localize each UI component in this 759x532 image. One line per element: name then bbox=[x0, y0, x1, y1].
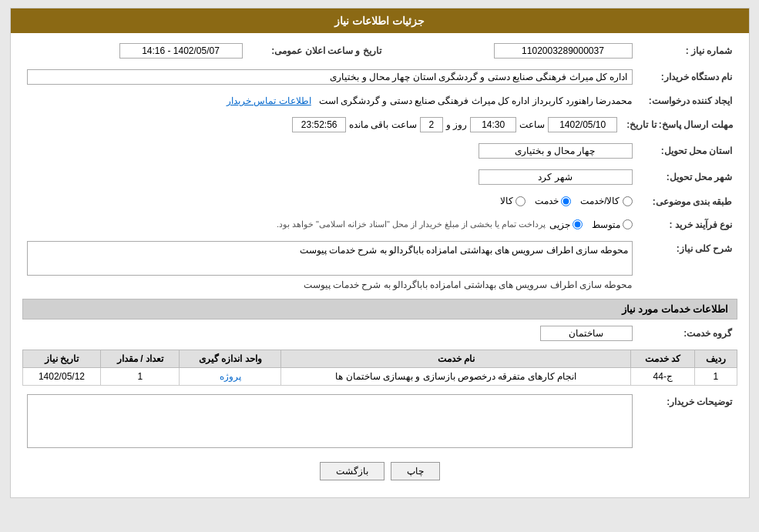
cell-service-name: انجام کارهای متفرقه درخصوص بازسازی و بهس… bbox=[281, 367, 631, 385]
purchase-type-radio-group: متوسط جزیی bbox=[549, 219, 633, 230]
need-description-label: شرح کلی نیاز: bbox=[637, 239, 737, 293]
services-table: ردیف کد خدمت نام خدمت واحد اندازه گیری ت… bbox=[22, 350, 737, 386]
info-row-6: شهر محل تحویل: شهر کرد bbox=[22, 167, 737, 187]
date-label: تاریخ و ساعت اعلان عمومی: bbox=[247, 41, 386, 61]
city-box: شهر کرد bbox=[479, 169, 633, 185]
category-radio-group: کالا/خدمت خدمت کالا bbox=[500, 196, 632, 206]
response-remaining-label: ساعت باقی مانده bbox=[349, 119, 417, 130]
response-days-box: 2 bbox=[420, 117, 443, 132]
buyer-notes-textarea[interactable] bbox=[27, 394, 633, 448]
purchase-type-note: پرداخت تمام یا بخشی از مبلغ خریدار از مح… bbox=[277, 219, 546, 229]
cell-date: 1402/05/12 bbox=[22, 367, 101, 385]
need-description-wrapper bbox=[27, 241, 633, 278]
province-label: استان محل تحویل: bbox=[637, 141, 737, 161]
col-unit: واحد اندازه گیری bbox=[180, 350, 281, 367]
province-box: چهار محال و بختیاری bbox=[479, 143, 633, 159]
need-description-textarea[interactable] bbox=[27, 241, 633, 276]
need-description-value: محوطه سازی اطراف سرویس های بهداشتی امامز… bbox=[22, 239, 637, 293]
category-option-kala[interactable]: کالا bbox=[500, 196, 526, 206]
buyer-org-label: نام دستگاه خریدار: bbox=[637, 67, 737, 87]
response-remaining-box: 23:52:56 bbox=[292, 117, 346, 132]
buyer-org-box: اداره کل میراث فرهنگی صنایع دستی و گردشگ… bbox=[27, 69, 633, 85]
purchase-type-label: نوع فرآیند خرید : bbox=[637, 217, 737, 233]
category-option-kala-khedmat[interactable]: کالا/خدمت bbox=[580, 196, 632, 206]
date-value: 1402/05/07 - 14:16 bbox=[22, 41, 247, 61]
info-row-need-desc: شرح کلی نیاز: محوطه سازی اطراف سرویس های… bbox=[22, 239, 737, 293]
info-row-5: استان محل تحویل: چهار محال و بختیاری bbox=[22, 141, 737, 161]
button-row: چاپ بازگشت bbox=[22, 462, 737, 480]
category-option-khedmat[interactable]: خدمت bbox=[535, 196, 571, 206]
service-group-row: گروه خدمت: ساختمان bbox=[22, 323, 737, 343]
creator-label: ایجاد کننده درخواست: bbox=[637, 93, 737, 109]
print-button[interactable]: چاپ bbox=[391, 462, 440, 480]
response-time-box: 14:30 bbox=[470, 117, 516, 132]
need-description-text: محوطه سازی اطراف سرویس های بهداشتی امامز… bbox=[27, 279, 633, 290]
info-row-7: طبقه بندی موضوعی: کالا/خدمت خدمت bbox=[22, 193, 737, 211]
category-label: طبقه بندی موضوعی: bbox=[637, 193, 737, 211]
cell-unit: پروژه bbox=[180, 367, 281, 385]
back-button[interactable]: بازگشت bbox=[320, 462, 385, 480]
col-quantity: تعداد / مقدار bbox=[101, 350, 180, 367]
info-row-3: ایجاد کننده درخواست: محمدرضا راهنورد کار… bbox=[22, 93, 737, 109]
info-row-2: نام دستگاه خریدار: اداره کل میراث فرهنگی… bbox=[22, 67, 737, 87]
buyer-notes-label: توضیحات خریدار: bbox=[637, 392, 737, 453]
cell-service-code: ج-44 bbox=[631, 367, 695, 385]
need-number-box: 1102003289000037 bbox=[494, 43, 633, 59]
date-box: 1402/05/07 - 14:16 bbox=[119, 43, 243, 59]
info-row-4: مهلت ارسال پاسخ: تا تاریخ: 1402/05/10 سا… bbox=[22, 115, 737, 135]
col-service-code: کد خدمت bbox=[631, 350, 695, 367]
creator-link[interactable]: اطلاعات تماس خریدار bbox=[227, 95, 311, 106]
page-title: جزئیات اطلاعات نیاز bbox=[334, 15, 425, 27]
service-group-value: ساختمان bbox=[22, 323, 637, 343]
purchase-type-option-jozi[interactable]: جزیی bbox=[549, 219, 583, 230]
creator-value: محمدرضا راهنورد کاربرداز اداره کل میراث … bbox=[22, 93, 637, 109]
page-header: جزئیات اطلاعات نیاز bbox=[11, 8, 749, 33]
buyer-notes-wrapper bbox=[27, 394, 633, 450]
response-deadline-flex: 1402/05/10 ساعت 14:30 روز و 2 ساعت باقی … bbox=[27, 117, 618, 132]
radio-motavaset[interactable] bbox=[623, 219, 633, 229]
buyer-notes-row: توضیحات خریدار: bbox=[22, 392, 737, 453]
purchase-type-value: متوسط جزیی پرداخت تمام یا بخشی از مبلغ خ… bbox=[22, 217, 637, 233]
province-value: چهار محال و بختیاری bbox=[22, 141, 637, 161]
main-container: جزئیات اطلاعات نیاز شماره نیاز : 1102003… bbox=[10, 8, 750, 498]
response-days-label: روز و bbox=[446, 119, 467, 130]
info-row-1: شماره نیاز : 1102003289000037 تاریخ و سا… bbox=[22, 41, 737, 61]
buyer-notes-value bbox=[22, 392, 637, 453]
service-group-label: گروه خدمت: bbox=[637, 323, 737, 343]
response-deadline-label: مهلت ارسال پاسخ: تا تاریخ: bbox=[622, 115, 737, 135]
need-number-label: شماره نیاز : bbox=[637, 41, 737, 61]
response-date-box: 1402/05/10 bbox=[548, 117, 617, 132]
need-number-value: 1102003289000037 bbox=[386, 41, 637, 61]
col-row-num: ردیف bbox=[695, 350, 737, 367]
purchase-type-option-motavaset[interactable]: متوسط bbox=[592, 219, 633, 230]
col-service-name: نام خدمت bbox=[281, 350, 631, 367]
response-deadline-row: 1402/05/10 ساعت 14:30 روز و 2 ساعت باقی … bbox=[22, 115, 623, 135]
radio-jozi[interactable] bbox=[573, 219, 583, 229]
info-row-8: نوع فرآیند خرید : متوسط جزیی bbox=[22, 217, 737, 233]
buyer-org-value: اداره کل میراث فرهنگی صنایع دستی و گردشگ… bbox=[22, 67, 637, 87]
col-date: تاریخ نیاز bbox=[22, 350, 101, 367]
purchase-type-row: متوسط جزیی پرداخت تمام یا بخشی از مبلغ خ… bbox=[27, 219, 633, 230]
content-area: شماره نیاز : 1102003289000037 تاریخ و سا… bbox=[11, 33, 749, 497]
radio-kala[interactable] bbox=[516, 196, 526, 206]
cell-row-num: 1 bbox=[695, 367, 737, 385]
city-label: شهر محل تحویل: bbox=[637, 167, 737, 187]
cell-quantity: 1 bbox=[101, 367, 180, 385]
services-section-header: اطلاعات خدمات مورد نیاز bbox=[22, 299, 737, 320]
category-radios: کالا/خدمت خدمت کالا bbox=[22, 193, 637, 211]
response-time-label: ساعت bbox=[519, 119, 545, 130]
service-group-box: ساختمان bbox=[540, 326, 633, 341]
table-row: 1 ج-44 انجام کارهای متفرقه درخصوص بازساز… bbox=[22, 367, 737, 385]
radio-kala-khedmat[interactable] bbox=[623, 196, 633, 206]
radio-khedmat[interactable] bbox=[561, 196, 571, 206]
city-value: شهر کرد bbox=[22, 167, 637, 187]
